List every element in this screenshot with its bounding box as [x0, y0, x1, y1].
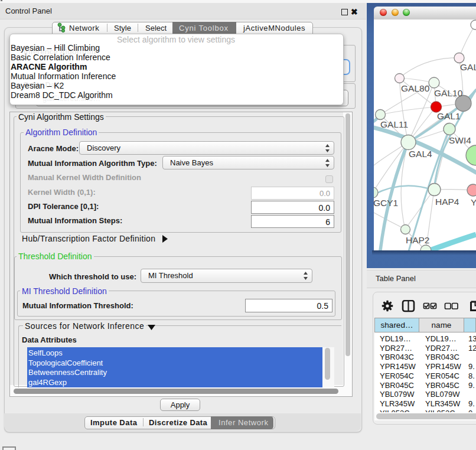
- svg-text:GAL80: GAL80: [401, 83, 430, 93]
- svg-text:GCY1: GCY1: [374, 198, 398, 208]
- svg-text:HAP2: HAP2: [406, 235, 430, 245]
- svg-text:GAL4: GAL4: [409, 149, 432, 159]
- svg-text:GAL11: GAL11: [380, 119, 408, 129]
- svg-text:HAP4: HAP4: [435, 197, 459, 207]
- svg-text:GAL1: GAL1: [437, 111, 461, 121]
- svg-text:Y: Y: [471, 197, 476, 207]
- svg-text:GAL10: GAL10: [434, 88, 463, 98]
- svg-text:GAL: GAL: [460, 62, 476, 72]
- svg-text:SWI4: SWI4: [449, 135, 471, 145]
